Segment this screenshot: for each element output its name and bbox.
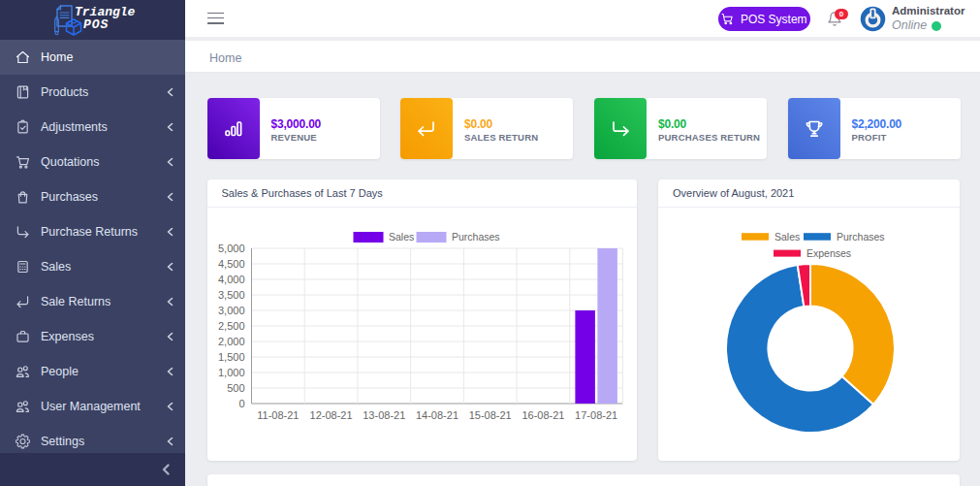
svg-text:2,000: 2,000	[217, 336, 244, 347]
svg-text:1,500: 1,500	[217, 351, 244, 363]
svg-text:12-08-21: 12-08-21	[309, 409, 352, 421]
svg-text:4,500: 4,500	[217, 258, 244, 270]
svg-text:5,000: 5,000	[217, 243, 244, 254]
svg-text:3,500: 3,500	[217, 289, 244, 301]
svg-text:500: 500	[227, 382, 244, 394]
svg-text:15-08-21: 15-08-21	[468, 409, 511, 421]
svg-text:13-08-21: 13-08-21	[363, 409, 405, 421]
svg-text:Expenses: Expenses	[806, 247, 851, 259]
svg-text:16-08-21: 16-08-21	[522, 409, 564, 421]
svg-text:Purchases: Purchases	[452, 231, 500, 243]
svg-text:1,000: 1,000	[217, 367, 244, 378]
svg-text:17-08-21: 17-08-21	[575, 409, 617, 421]
svg-text:0: 0	[238, 398, 244, 409]
svg-text:3,000: 3,000	[217, 305, 244, 316]
svg-text:Sales: Sales	[775, 231, 800, 243]
svg-text:Purchases: Purchases	[837, 231, 885, 243]
svg-text:4,000: 4,000	[217, 274, 244, 285]
svg-text:11-08-21: 11-08-21	[257, 409, 299, 421]
svg-text:2,500: 2,500	[217, 320, 244, 332]
svg-text:14-08-21: 14-08-21	[415, 409, 458, 421]
svg-text:Sales: Sales	[389, 231, 414, 243]
